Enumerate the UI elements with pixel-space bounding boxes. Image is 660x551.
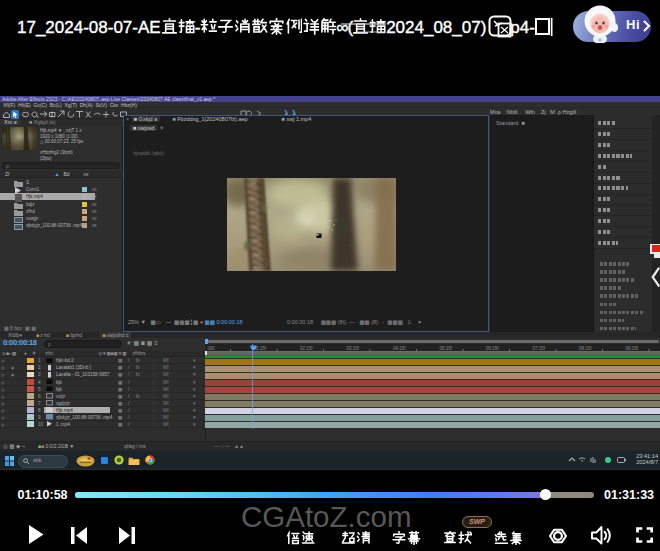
svg-text:02:15f: 02:15f <box>300 345 313 350</box>
svg-text:05:15f: 05:15f <box>440 345 453 350</box>
svg-text:04:15f: 04:15f <box>393 345 406 350</box>
svg-text:03:15f: 03:15f <box>347 345 360 350</box>
svg-text:06:15f: 06:15f <box>486 345 499 350</box>
svg-text:09:15f: 09:15f <box>626 345 639 350</box>
svg-text:07:15f: 07:15f <box>533 345 546 350</box>
svg-text:08:15f: 08:15f <box>579 345 592 350</box>
svg-text::00f: :00f <box>207 345 215 350</box>
